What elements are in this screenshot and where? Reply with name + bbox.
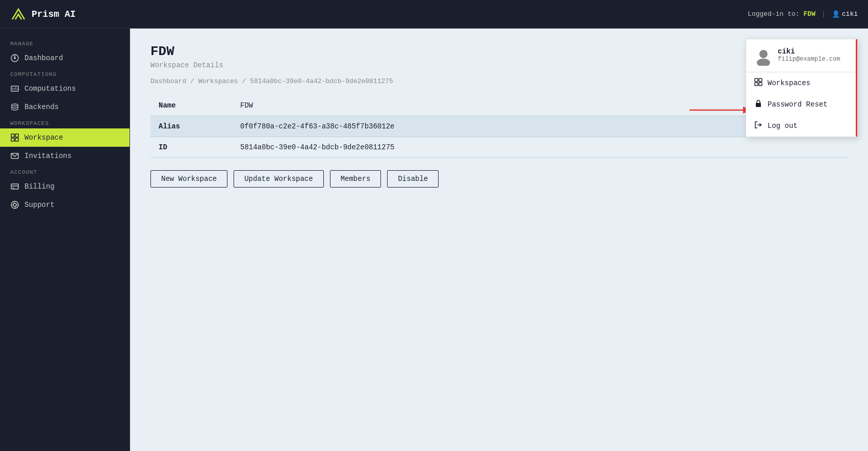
computations-icon [10,84,19,93]
breadcrumb: Dashboard / Workspaces / 5814a0bc-39e0-4… [150,77,848,85]
breadcrumb-dashboard[interactable]: Dashboard [150,77,186,85]
members-button[interactable]: Members [330,170,381,188]
user-menu-button[interactable]: 👤 ciki [832,10,858,18]
page-title: FDW [150,44,848,59]
header-workspace: FDW [804,10,815,18]
dashboard-icon [10,54,19,63]
layout: MANAGE Dashboard COMPUTATIONS [0,29,868,451]
action-buttons-row: New Workspace Update Workspace Members D… [150,170,848,188]
svg-rect-19 [11,138,14,141]
support-icon [10,200,19,209]
dropdown-workspaces-label: Workspaces [768,79,810,87]
logo-text: Prism AI [32,9,75,19]
sidebar: MANAGE Dashboard COMPUTATIONS [0,29,130,451]
user-icon: 👤 [832,10,840,18]
logout-icon [754,121,762,131]
svg-point-9 [14,57,16,59]
table-cell-label: Name [150,95,232,116]
svg-rect-18 [15,134,18,137]
table-cell-label: ID [150,137,232,158]
invitations-icon [10,151,19,161]
billing-icon [10,182,19,191]
header: Prism AI Logged-in to: FDW | 👤 ciki ciki… [0,0,868,29]
sidebar-item-computations[interactable]: Computations [0,79,130,98]
sidebar-item-workspace[interactable]: Workspace [0,128,130,147]
workspace-icon [10,133,19,142]
header-username: ciki [842,10,858,18]
dropdown-workspaces-item[interactable]: Workspaces [746,72,857,94]
dropdown-logout-label: Log out [768,122,798,130]
dropdown-password-reset-item[interactable]: Password Reset [746,94,857,115]
lock-icon [754,99,762,110]
breadcrumb-id: 5814a0bc-39e0-4a42-bdcb-9de2e0811275 [250,77,393,85]
update-workspace-button[interactable]: Update Workspace [234,170,323,188]
svg-rect-5 [759,83,762,86]
breadcrumb-workspaces[interactable]: Workspaces [198,77,238,85]
table-row: Alias0f0f780a-c2e2-4f63-a38c-485f7b36012… [150,116,848,137]
prism-logo-icon [10,6,27,22]
svg-point-0 [759,50,768,58]
logo: Prism AI [10,6,75,22]
svg-rect-6 [756,103,761,107]
svg-rect-17 [11,134,14,137]
sidebar-item-dashboard[interactable]: Dashboard [0,49,130,67]
table-row: ID5814a0bc-39e0-4a42-bdcb-9de2e0811275 [150,137,848,158]
svg-rect-2 [755,78,758,82]
svg-rect-3 [759,78,762,82]
breadcrumb-sep2: / [242,77,250,85]
billing-label: Billing [24,182,55,191]
backends-icon [10,102,19,112]
dropdown-user-section: ciki filip@example.com [746,39,857,72]
dashboard-label: Dashboard [24,54,63,62]
breadcrumb-sep1: / [190,77,198,85]
workspaces-section-label: WORKSPACES [0,116,130,128]
workspace-label: Workspace [24,134,63,142]
manage-section-label: MANAGE [0,37,130,49]
red-arrow-svg [690,102,751,118]
table-cell-value: 5814a0bc-39e0-4a42-bdcb-9de2e0811275 [232,137,848,158]
page-subtitle: Workspace Details [150,61,848,69]
account-section-label: ACCOUNT [0,165,130,177]
sidebar-item-invitations[interactable]: Invitations [0,147,130,165]
svg-rect-22 [11,184,18,189]
backends-label: Backends [24,103,59,111]
dropdown-username: ciki [778,47,840,56]
sidebar-item-backends[interactable]: Backends [0,98,130,116]
table-cell-label: Alias [150,116,232,137]
dropdown-password-reset-label: Password Reset [768,100,828,109]
svg-rect-4 [755,83,758,86]
svg-point-1 [757,59,770,66]
logged-in-label: Logged-in to: [748,10,799,18]
computations-label: Computations [24,85,76,93]
header-divider: | [822,10,826,18]
user-dropdown-menu: ciki filip@example.com Workspaces [746,39,858,137]
disable-button[interactable]: Disable [387,170,439,188]
workspaces-menu-icon [754,78,762,88]
sidebar-item-support[interactable]: Support [0,196,130,214]
computations-section-label: COMPUTATIONS [0,67,130,79]
header-right: Logged-in to: FDW | 👤 ciki ciki filip@ex… [748,10,858,18]
dropdown-user-info: ciki filip@example.com [778,47,840,63]
red-border [856,39,857,137]
svg-rect-20 [15,138,18,141]
sidebar-item-billing[interactable]: Billing [0,177,130,196]
support-label: Support [24,201,55,209]
invitations-label: Invitations [24,152,71,160]
dropdown-logout-item[interactable]: Log out [746,115,857,137]
dropdown-email: filip@example.com [778,56,840,63]
red-arrow-annotation [690,102,751,118]
svg-point-26 [13,203,16,206]
svg-point-16 [12,104,18,106]
new-workspace-button[interactable]: New Workspace [150,170,227,188]
dropdown-avatar-icon [754,47,773,66]
